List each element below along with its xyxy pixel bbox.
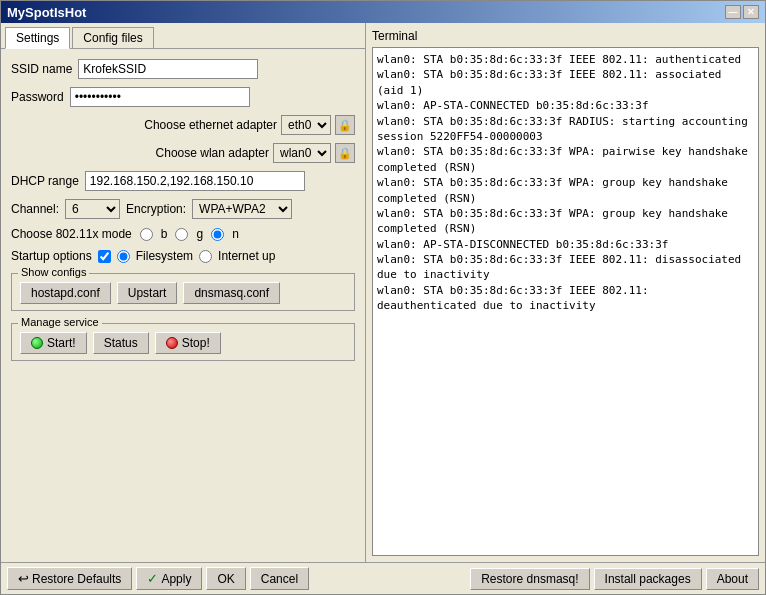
tab-config-files[interactable]: Config files [72,27,153,48]
status-button[interactable]: Status [93,332,149,354]
minimize-button[interactable]: — [725,5,741,19]
stop-button[interactable]: Stop! [155,332,221,354]
title-bar: MySpotIsHot — ✕ [1,1,765,23]
start-button[interactable]: Start! [20,332,87,354]
bottom-left-buttons: ↩ Restore Defaults ✓ Apply OK Cancel [7,567,309,590]
manage-service-label: Manage service [18,316,102,328]
about-button[interactable]: About [706,568,759,590]
upstart-button[interactable]: Upstart [117,282,178,304]
red-dot-icon [166,337,178,349]
wlan-adapter-select[interactable]: wlan0 [273,143,331,163]
settings-panel: SSID name Password Choose ethernet adapt… [1,49,365,562]
channel-label: Channel: [11,202,59,216]
window-title: MySpotIsHot [7,5,86,20]
terminal-output: wlan0: STA b0:35:8d:6c:33:3f IEEE 802.11… [372,47,759,556]
mode-row: Choose 802.11x mode b g n [11,227,355,241]
encryption-label: Encryption: [126,202,186,216]
ssid-label: SSID name [11,62,72,76]
dnsmasq-conf-button[interactable]: dnsmasq.conf [183,282,280,304]
restore-dnsmasq-button[interactable]: Restore dnsmasq! [470,568,589,590]
manage-service-buttons: Start! Status Stop! [20,332,346,354]
eth-lock-button[interactable]: 🔒 [335,115,355,135]
eth-adapter-row: Choose ethernet adapter eth0 🔒 [11,115,355,135]
startup-row: Startup options Filesystem Internet up [11,249,355,263]
mode-g-label: g [196,227,203,241]
eth-adapter-select[interactable]: eth0 [281,115,331,135]
undo-icon: ↩ [18,571,29,586]
terminal-label: Terminal [372,29,759,43]
dhcp-row: DHCP range [11,171,355,191]
ssid-input[interactable] [78,59,258,79]
install-packages-button[interactable]: Install packages [594,568,702,590]
startup-filesystem-radio[interactable] [117,250,130,263]
mode-n-label: n [232,227,239,241]
bottom-right-buttons: Restore dnsmasq! Install packages About [470,568,759,590]
cancel-button[interactable]: Cancel [250,567,309,590]
ok-button[interactable]: OK [206,567,245,590]
mode-b-label: b [161,227,168,241]
right-panel: Terminal wlan0: STA b0:35:8d:6c:33:3f IE… [366,23,765,562]
tabs: Settings Config files [1,23,365,49]
wlan-adapter-row: Choose wlan adapter wlan0 🔒 [11,143,355,163]
left-panel: Settings Config files SSID name Password [1,23,366,562]
bottom-bar: ↩ Restore Defaults ✓ Apply OK Cancel Res… [1,562,765,594]
apply-button[interactable]: ✓ Apply [136,567,202,590]
wlan-adapter-label: Choose wlan adapter [156,146,269,160]
show-configs-label: Show configs [18,266,89,278]
restore-defaults-button[interactable]: ↩ Restore Defaults [7,567,132,590]
tab-settings[interactable]: Settings [5,27,70,49]
mode-radio-n[interactable] [211,228,224,241]
encryption-select[interactable]: WPA+WPA2 [192,199,292,219]
channel-select[interactable]: 6 [65,199,120,219]
mode-radio-g[interactable] [175,228,188,241]
channel-encryption-row: Channel: 6 Encryption: WPA+WPA2 [11,199,355,219]
show-configs-section: Show configs hostapd.conf Upstart dnsmas… [11,273,355,311]
startup-checkbox[interactable] [98,250,111,263]
green-dot-icon [31,337,43,349]
password-label: Password [11,90,64,104]
show-configs-buttons: hostapd.conf Upstart dnsmasq.conf [20,282,346,304]
title-bar-buttons: — ✕ [725,5,759,19]
eth-adapter-label: Choose ethernet adapter [144,118,277,132]
manage-service-section: Manage service Start! Status Stop! [11,323,355,361]
ssid-row: SSID name [11,59,355,79]
dhcp-input[interactable] [85,171,305,191]
startup-internet-label: Internet up [218,249,275,263]
startup-label: Startup options [11,249,92,263]
mode-label: Choose 802.11x mode [11,227,132,241]
password-row: Password [11,87,355,107]
close-button[interactable]: ✕ [743,5,759,19]
main-content: Settings Config files SSID name Password [1,23,765,562]
dhcp-label: DHCP range [11,174,79,188]
hostapd-conf-button[interactable]: hostapd.conf [20,282,111,304]
startup-internet-radio[interactable] [199,250,212,263]
password-input[interactable] [70,87,250,107]
main-window: MySpotIsHot — ✕ Settings Config files [0,0,766,595]
startup-filesystem-label: Filesystem [136,249,193,263]
check-icon: ✓ [147,571,158,586]
wlan-lock-button[interactable]: 🔒 [335,143,355,163]
mode-radio-b[interactable] [140,228,153,241]
